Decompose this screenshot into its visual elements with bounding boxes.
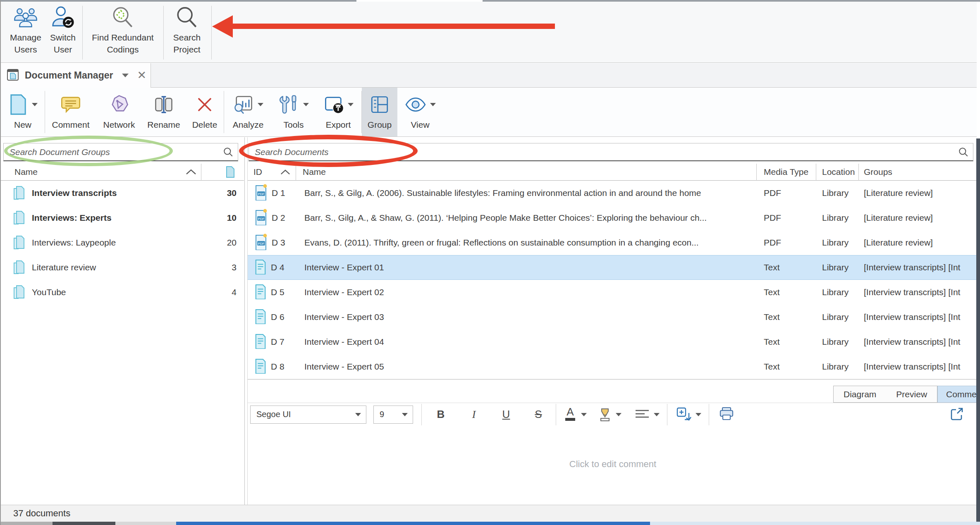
comment-placeholder-text[interactable]: Click to edit comment: [248, 459, 978, 470]
document-manager-tab-icon: [7, 68, 20, 83]
strikethrough-button[interactable]: S: [530, 408, 547, 421]
tools-button[interactable]: Tools: [272, 88, 315, 136]
open-external-window-button[interactable]: [949, 406, 965, 423]
table-row[interactable]: PDFD 3 Evans, D. (2011). Thrifty, green …: [248, 230, 978, 255]
id-column-header[interactable]: ID: [253, 167, 262, 177]
manage-users-button[interactable]: Manage Users: [6, 4, 45, 61]
find-redundant-codings-button[interactable]: Find Redundant Codings: [88, 4, 158, 61]
new-dropdown-caret-icon[interactable]: [32, 103, 38, 106]
document-media-type: PDF: [756, 213, 816, 223]
document-location: Library: [816, 213, 858, 223]
column-separator: [296, 164, 296, 181]
new-button[interactable]: New: [1, 88, 45, 136]
tab-comment[interactable]: Comment: [937, 386, 980, 403]
switch-user-button[interactable]: Switch User: [46, 4, 79, 61]
tab-close-icon[interactable]: ✕: [137, 70, 146, 81]
table-row[interactable]: PDFD 1 Barr, S., & Gilg, A. (2006). Sust…: [248, 181, 978, 205]
view-dropdown-caret-icon[interactable]: [430, 103, 436, 106]
comment-icon: [60, 92, 81, 117]
pdf-document-icon: PDF: [254, 234, 268, 252]
documents-count-header-icon[interactable]: [225, 166, 236, 178]
insert-object-icon: [676, 406, 692, 424]
group-button[interactable]: Group: [362, 88, 397, 136]
group-row[interactable]: Interview transcripts 30: [1, 181, 244, 205]
find-redundant-codings-icon: [111, 4, 135, 31]
comment-editor-area[interactable]: Click to edit comment: [248, 426, 978, 505]
document-group-icon: [13, 185, 26, 201]
tab-document-manager[interactable]: Document Manager ✕: [1, 63, 151, 88]
font-color-button[interactable]: A: [563, 406, 587, 424]
table-row[interactable]: D 6 Interview - Expert 03 Text Library […: [248, 305, 978, 329]
group-count: 4: [232, 287, 237, 297]
tools-dropdown-caret-icon[interactable]: [303, 103, 309, 106]
pdf-document-icon: PDF: [254, 209, 268, 227]
location-column-header[interactable]: Location: [822, 167, 855, 177]
document-groups: [Interview transcripts] [Int: [858, 337, 978, 347]
document-name: Interview - Expert 01: [296, 262, 756, 272]
group-count: 3: [232, 262, 237, 272]
font-family-caret-icon: [355, 413, 361, 416]
italic-button[interactable]: I: [466, 408, 482, 421]
document-manager-window: Manage Users Switch User: [0, 0, 980, 525]
tab-dropdown-caret-icon[interactable]: [122, 74, 129, 77]
table-row[interactable]: D 8 Interview - Expert 05 Text Library […: [248, 354, 978, 379]
document-id: D 1: [272, 188, 285, 198]
delete-button[interactable]: Delete: [186, 88, 224, 136]
group-row[interactable]: YouTube 4: [1, 280, 244, 305]
groups-name-header[interactable]: Name: [14, 167, 38, 177]
new-label: New: [14, 120, 31, 130]
bold-button[interactable]: B: [433, 408, 449, 421]
table-row[interactable]: D 5 Interview - Expert 02 Text Library […: [248, 280, 978, 305]
search-icon[interactable]: [223, 147, 234, 158]
group-row[interactable]: Interviews: Experts 10: [1, 205, 244, 230]
status-document-count: 37 documents: [13, 508, 70, 519]
search-project-button[interactable]: Search Project: [168, 4, 206, 61]
table-row[interactable]: D 7 Interview - Expert 04 Text Library […: [248, 329, 978, 354]
tab-comment-label: Comment: [946, 389, 980, 399]
red-ellipse-annotation: [239, 135, 418, 167]
tab-preview-label: Preview: [896, 389, 927, 399]
rename-button[interactable]: Rename: [142, 88, 186, 136]
sort-ascending-icon[interactable]: [280, 169, 291, 175]
tab-diagram[interactable]: Diagram: [834, 386, 886, 402]
table-row[interactable]: PDFD 2 Barr, S., Gilg, A., & Shaw, G. (2…: [248, 205, 978, 230]
view-button[interactable]: View: [397, 88, 443, 136]
groups-column-header[interactable]: Groups: [864, 167, 892, 177]
highlighter-icon: [598, 406, 612, 424]
underline-button[interactable]: U: [498, 408, 514, 421]
font-family-select[interactable]: Segoe UI: [250, 406, 366, 424]
insert-object-button[interactable]: [676, 406, 701, 424]
search-icon[interactable]: [958, 147, 969, 158]
document-id: D 2: [272, 213, 285, 223]
table-row-selected[interactable]: D 4 Interview - Expert 01 Text Library […: [248, 255, 978, 280]
network-button[interactable]: Network: [96, 88, 142, 136]
text-document-icon: [254, 333, 267, 351]
tab-preview[interactable]: Preview: [886, 386, 937, 402]
media-type-column-header[interactable]: Media Type: [764, 167, 808, 177]
highlight-caret-icon: [616, 413, 621, 416]
document-id: D 6: [271, 312, 284, 322]
search-project-label: Search Project: [173, 31, 201, 55]
analyze-button[interactable]: Analyze: [224, 88, 272, 136]
comment-button[interactable]: Comment: [45, 88, 96, 136]
sort-ascending-icon[interactable]: [185, 169, 197, 175]
font-family-value: Segoe UI: [256, 410, 291, 419]
green-ellipse-annotation: [4, 136, 173, 166]
export-button[interactable]: Export: [315, 88, 361, 136]
group-row[interactable]: Interviews: Laypeople 20: [1, 230, 244, 255]
alignment-button[interactable]: [634, 407, 660, 422]
export-dropdown-caret-icon[interactable]: [348, 103, 354, 106]
print-button[interactable]: [718, 406, 735, 423]
font-size-select[interactable]: 9: [373, 406, 413, 424]
red-arrow-head: [212, 15, 233, 38]
name-column-header[interactable]: Name: [303, 167, 326, 177]
group-row[interactable]: Literature review 3: [1, 255, 244, 280]
analyze-dropdown-caret-icon[interactable]: [258, 103, 263, 106]
editor-separator: [709, 404, 709, 425]
highlight-color-button[interactable]: [598, 406, 621, 424]
comment-editor-toolbar: Segoe UI 9 B I U S A: [248, 403, 978, 426]
svg-text:A: A: [566, 406, 574, 418]
panel-splitter[interactable]: [244, 137, 245, 505]
document-name: Interview - Expert 04: [296, 337, 756, 347]
tab-title: Document Manager: [25, 70, 113, 81]
